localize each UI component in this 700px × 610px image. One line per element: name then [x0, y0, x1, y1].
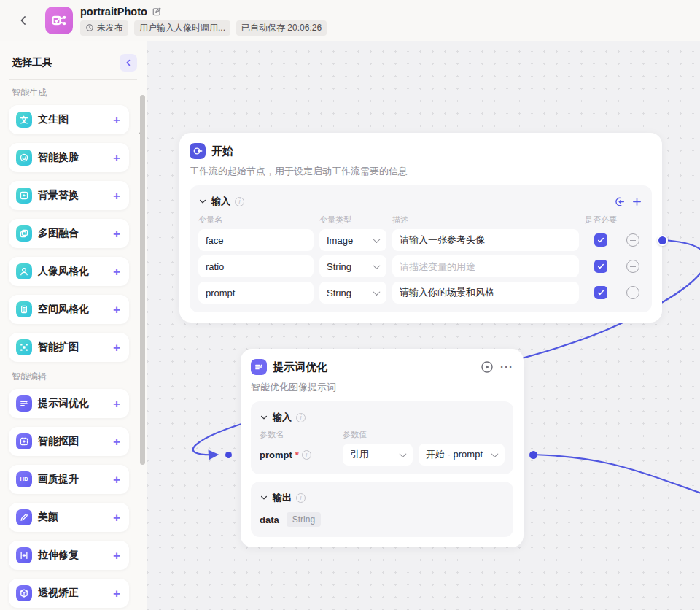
tool-item-hd-enhance[interactable]: HD画质提升+: [9, 465, 129, 494]
tool-label: 空间风格化: [38, 303, 107, 316]
chevron-down-icon[interactable]: [260, 413, 268, 422]
edit-icon[interactable]: [152, 7, 162, 17]
variable-type-select[interactable]: String: [319, 255, 386, 277]
variable-type-select[interactable]: String: [319, 282, 386, 304]
stretch-fix-icon: [16, 547, 32, 563]
optimizer-input-port[interactable]: [225, 452, 232, 458]
node-start[interactable]: 开始 工作流的起始节点，用于设定启动工作流需要的信息 输入 i 变量名 变量类型…: [179, 133, 662, 323]
prompt-optimize-icon: [251, 359, 267, 375]
variable-name-input[interactable]: [198, 229, 314, 251]
tool-item-beauty[interactable]: 美颜+: [9, 503, 129, 532]
node-title: 开始: [211, 144, 652, 158]
status-badges: 未发布 用户输入人像时调用... 已自动保存 20:06:26: [80, 20, 327, 36]
add-tool-button[interactable]: +: [113, 190, 120, 202]
variable-name-input[interactable]: [198, 282, 314, 304]
column-headers: 变量名 变量类型 描述 是否必要: [198, 215, 643, 225]
run-node-button[interactable]: [480, 360, 494, 374]
output-name: data: [260, 514, 279, 525]
add-tool-button[interactable]: +: [113, 474, 120, 486]
background-replace-icon: [16, 188, 32, 204]
tool-item-multi-image-fusion[interactable]: 多图融合+: [9, 219, 129, 248]
tool-label: 人像风格化: [38, 265, 107, 278]
tool-item-text-to-image[interactable]: 文文生图+: [9, 105, 129, 134]
chevron-down-icon[interactable]: [198, 197, 207, 206]
variable-type-select[interactable]: Image: [319, 229, 386, 251]
portrait-style-icon: [16, 263, 32, 279]
add-tool-button[interactable]: +: [113, 304, 120, 316]
tool-panel-title: 选择工具: [12, 56, 52, 69]
tool-item-space-style[interactable]: 空间风格化+: [9, 295, 129, 324]
add-tool-button[interactable]: +: [113, 341, 120, 354]
back-button[interactable]: [12, 9, 35, 32]
text-to-image-icon: 文: [16, 112, 32, 128]
required-checkbox[interactable]: [594, 233, 607, 247]
add-tool-button[interactable]: +: [113, 587, 120, 600]
space-style-icon: [16, 301, 32, 317]
add-tool-button[interactable]: +: [113, 228, 120, 240]
tool-item-face-swap[interactable]: 智能换脸+: [9, 143, 129, 172]
parameter-row: prompt* i 引用 开始 - prompt: [260, 444, 505, 466]
remove-variable-button[interactable]: [626, 260, 639, 273]
trigger-description-badge: 用户输入人像时调用...: [134, 20, 230, 36]
chevron-left-icon: [124, 58, 133, 67]
variable-description-input[interactable]: [392, 255, 579, 277]
tool-item-prompt-optimize[interactable]: 提示词优化+: [9, 389, 129, 418]
panel-divider: [9, 79, 137, 80]
tool-item-portrait-style[interactable]: 人像风格化+: [9, 257, 129, 286]
required-checkbox[interactable]: [594, 260, 607, 273]
chevron-down-icon: [400, 450, 407, 458]
import-variables-button[interactable]: [612, 195, 626, 208]
tool-sections: 智能生成文文生图+智能换脸+背景替换+多图融合+人像风格化+空间风格化+智能扩图…: [0, 87, 147, 608]
remove-variable-button[interactable]: [626, 286, 639, 299]
start-output-port[interactable]: [657, 235, 668, 246]
add-tool-button[interactable]: +: [113, 511, 120, 524]
node-title: 提示词优化: [273, 360, 474, 374]
add-tool-button[interactable]: +: [113, 398, 120, 410]
value-mode-select[interactable]: 引用: [343, 444, 413, 466]
variable-row: Image: [198, 229, 643, 251]
tool-item-smart-matting[interactable]: 智能抠图+: [9, 427, 129, 456]
tool-item-outpaint[interactable]: 智能扩图+: [9, 333, 129, 362]
tool-label: 文生图: [38, 113, 107, 126]
node-description: 工作流的起始节点，用于设定启动工作流需要的信息: [190, 165, 652, 178]
face-swap-icon: [16, 150, 32, 166]
tool-label: 透视矫正: [38, 587, 107, 600]
tool-item-background-replace[interactable]: 背景替换+: [9, 181, 129, 210]
add-tool-button[interactable]: +: [113, 114, 120, 126]
output-type-chip: String: [287, 512, 321, 527]
plus-icon: [631, 196, 642, 207]
workflow-canvas[interactable]: 开始 工作流的起始节点，用于设定启动工作流需要的信息 输入 i 变量名 变量类型…: [147, 41, 700, 610]
chevron-down-icon[interactable]: [260, 493, 268, 502]
variable-description-input[interactable]: [392, 229, 579, 251]
add-tool-button[interactable]: +: [113, 549, 120, 562]
add-variable-button[interactable]: [630, 195, 643, 208]
chevron-down-icon: [373, 236, 381, 243]
optimizer-output-port[interactable]: [529, 451, 537, 459]
value-reference-select[interactable]: 开始 - prompt: [419, 444, 505, 466]
output-row: data String: [260, 511, 505, 528]
variable-description-input[interactable]: [392, 282, 579, 304]
publish-status-badge: 未发布: [80, 20, 128, 36]
top-bar: portraitPhoto 未发布 用户输入人像时调用... 已自动保存 20:…: [0, 0, 700, 41]
node-prompt-optimizer[interactable]: 提示词优化 ··· 智能优化图像提示词 输入 i 参数名 参数值 prompt*…: [241, 349, 524, 547]
remove-variable-button[interactable]: [626, 233, 639, 247]
scrollbar-thumb[interactable]: [140, 95, 145, 465]
add-tool-button[interactable]: +: [113, 436, 120, 448]
info-icon: i: [235, 197, 244, 206]
add-tool-button[interactable]: +: [113, 152, 120, 164]
output-section-title: 输出: [273, 491, 292, 504]
tool-item-perspective-correct[interactable]: 透视矫正+: [9, 579, 129, 608]
workflow-app-icon: [45, 7, 73, 34]
optimizer-input-panel: 输入 i 参数名 参数值 prompt* i 引用 开始 - prompt: [251, 401, 513, 474]
tool-item-stretch-fix[interactable]: 拉伸修复+: [9, 541, 129, 570]
required-checkbox[interactable]: [594, 286, 607, 299]
start-input-panel: 输入 i 变量名 变量类型 描述 是否必要 ImageStringString: [190, 185, 652, 312]
variable-name-input[interactable]: [198, 255, 314, 277]
tool-label: 智能抠图: [38, 435, 107, 448]
add-tool-button[interactable]: +: [113, 266, 120, 278]
more-options-button[interactable]: ···: [500, 363, 513, 371]
tool-label: 背景替换: [38, 189, 107, 202]
column-headers: 参数名 参数值: [260, 429, 505, 439]
chevron-down-icon: [373, 262, 381, 269]
collapse-panel-button[interactable]: [120, 54, 137, 72]
